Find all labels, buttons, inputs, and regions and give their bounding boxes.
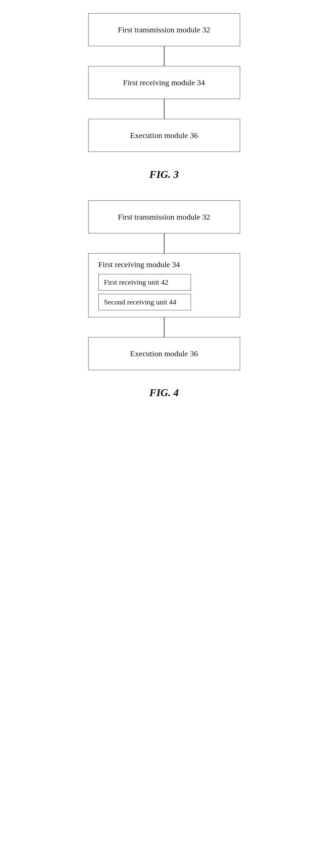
fig4-receiving-module-34: First receiving module 34 First receivin…: [88, 253, 240, 317]
fig3-label: FIG. 3: [149, 168, 179, 181]
figure-4-section: First transmission module 32 First recei…: [65, 200, 263, 399]
fig3-transmission-module-32: First transmission module 32: [88, 13, 240, 46]
fig4-second-receiving-unit-44: Second receiving unit 44: [98, 294, 191, 310]
fig3-diagram: First transmission module 32 First recei…: [65, 13, 263, 152]
fig4-connector-2: [164, 317, 165, 337]
figure-3-section: First transmission module 32 First recei…: [65, 13, 263, 181]
fig4-connector-1: [164, 234, 165, 253]
fig4-receiving-module-label: First receiving module 34: [98, 260, 230, 269]
fig3-receiving-module-34: First receiving module 34: [88, 66, 240, 99]
fig4-label: FIG. 4: [149, 386, 179, 399]
fig4-execution-module-36: Execution module 36: [88, 337, 240, 370]
fig4-transmission-module-32: First transmission module 32: [88, 200, 240, 234]
fig4-first-receiving-unit-42: First receiving unit 42: [98, 274, 191, 290]
connector-2: [164, 99, 165, 119]
fig4-diagram: First transmission module 32 First recei…: [65, 200, 263, 370]
connector-1: [164, 46, 165, 66]
fig3-execution-module-36: Execution module 36: [88, 119, 240, 152]
